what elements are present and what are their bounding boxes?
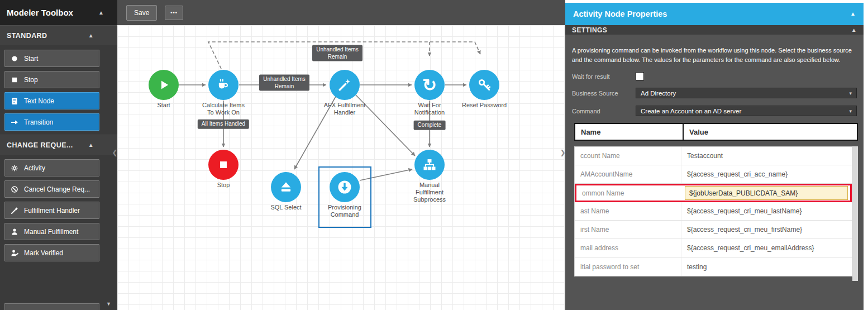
sidebar-item-label: Stop [24, 76, 38, 84]
node-provisioning-command[interactable]: Provisioning Command [330, 172, 360, 202]
sidebar-item-mark-verified[interactable]: Mark Verified [4, 244, 99, 261]
param-row-last-name[interactable]: ast Name ${access_request_cri_meu_lastNa… [575, 202, 852, 221]
param-name: ast Name [575, 202, 681, 220]
node-afx-fulfillment-handler[interactable]: AFX Fulfillment Handler [330, 70, 360, 100]
collapse-up-icon: ▲ [851, 27, 857, 33]
node-sql-select[interactable]: SQL Select [271, 172, 301, 202]
param-value[interactable]: ${access_request_cri_meu_firstName} [681, 221, 852, 239]
node-wait-for-notification[interactable]: ↻ Wait For Notification [414, 70, 445, 100]
start-node-circle[interactable] [149, 70, 179, 100]
node-label: Wait For Notification [406, 102, 454, 116]
activity-node-circle[interactable] [271, 172, 301, 202]
param-value[interactable]: ${access_request_cri_meu_emailAddress} [681, 239, 852, 257]
node-label: SQL Select [262, 204, 310, 211]
sidebar-item-transition[interactable]: Transition [4, 113, 99, 131]
param-name: itial password to set [575, 257, 681, 276]
properties-panel-header[interactable]: Activity Node Properties ▲ [565, 3, 864, 25]
sidebar-item-partial[interactable] [4, 303, 99, 310]
sidebar-item-manual-fulfillment[interactable]: Manual Fulfillment [4, 223, 99, 240]
param-value[interactable]: ${access_request_cri_meu_lastName} [681, 202, 852, 220]
param-row-account-name[interactable]: ccount Name Testaccount [575, 147, 852, 165]
activity-node-circle[interactable] [208, 70, 239, 100]
sidebar-item-text-node[interactable]: Text Node [4, 92, 99, 109]
wait-for-result-label: Wait for result [572, 73, 636, 80]
text-node-icon [10, 97, 19, 106]
key-icon [476, 77, 492, 93]
param-row-samaccountname[interactable]: AMAccountName ${access_request_cri_acc_n… [575, 165, 852, 184]
sidebar-item-stop[interactable]: Stop [4, 71, 99, 88]
column-header-value[interactable]: Value [684, 124, 857, 140]
play-icon [156, 77, 171, 93]
properties-panel-title: Activity Node Properties [573, 9, 667, 18]
collapse-up-icon: ▲ [88, 142, 94, 148]
common-name-value-input[interactable] [685, 186, 848, 200]
edge-badge: Unhandled Items Remain [312, 45, 363, 61]
download-icon [336, 179, 353, 195]
node-reset-password[interactable]: Reset Password [469, 70, 499, 100]
chevron-left-icon: ❮ [112, 149, 117, 156]
param-name: ommon Name [576, 185, 683, 201]
node-label: Provisioning Command [321, 204, 369, 218]
sidebar-item-cancel-change-request[interactable]: Cancel Change Req... [4, 180, 99, 198]
business-source-row: Business Source Ad Directory ▾ [572, 88, 857, 98]
transition-arrow-icon [10, 118, 19, 127]
settings-section-header[interactable]: SETTINGS ▲ [565, 25, 864, 35]
parameters-table: Name Value ccount Name Testaccount AMAcc… [574, 123, 858, 276]
table-scrollbar[interactable] [852, 146, 858, 281]
node-label: Calculate Items To Work On [199, 102, 247, 116]
sidebar-item-label: Activity [24, 164, 45, 172]
command-select[interactable]: Create an Account on an AD server ▾ [636, 106, 857, 116]
param-name: mail address [575, 239, 681, 257]
node-label: Start [140, 102, 188, 109]
activity-node-circle[interactable] [469, 70, 499, 100]
collapse-right-panel-handle[interactable]: ❯ [560, 140, 565, 165]
activity-node-properties-panel: Activity Node Properties ▲ SETTINGS ▲ A … [565, 0, 864, 310]
node-start[interactable]: Start [149, 70, 179, 100]
column-header-name[interactable]: Name [575, 124, 684, 140]
param-value[interactable]: ${access_request_cri_acc_name} [681, 165, 852, 183]
wait-for-result-checkbox[interactable] [636, 72, 644, 80]
activity-node-circle[interactable]: ↻ [414, 70, 445, 100]
node-calculate-items[interactable]: Calculate Items To Work On [208, 70, 239, 100]
wand-icon [337, 77, 352, 93]
sync-icon: ↻ [422, 77, 437, 94]
param-name: AMAccountName [575, 165, 681, 183]
modeler-toolbox-header[interactable]: Modeler Toolbox ▲ [0, 0, 117, 25]
edge-badge: Unhandled Items Remain [259, 75, 309, 91]
scroll-down-icon[interactable]: ▼ [106, 301, 111, 307]
workflow-canvas[interactable]: Start Calculate Items To Work On AFX Ful… [117, 25, 565, 310]
node-label: Manual Fulfillment Subprocess [406, 182, 454, 204]
stop-square-icon [10, 75, 19, 84]
sidebar-item-fulfillment-handler[interactable]: Fulfillment Handler [4, 202, 99, 219]
more-options-button[interactable]: ••• [165, 6, 183, 20]
collapse-left-panel-handle[interactable]: ❮ [112, 140, 117, 165]
cancel-icon [10, 185, 19, 194]
sidebar-item-start[interactable]: Start [4, 50, 99, 67]
sidebar-item-activity[interactable]: Activity [4, 159, 99, 177]
param-row-initial-password[interactable]: itial password to set testing [575, 257, 852, 276]
start-circle-icon [10, 54, 19, 63]
section-header-standard[interactable]: STANDARD ▲ [0, 25, 117, 45]
activity-node-circle[interactable] [414, 150, 445, 180]
node-manual-fulfillment-subprocess[interactable]: Manual Fulfillment Subprocess [414, 150, 445, 180]
param-row-first-name[interactable]: irst Name ${access_request_cri_meu_first… [575, 221, 852, 239]
eject-icon [278, 179, 294, 195]
edge-badge: All Items Handled [198, 120, 249, 129]
sidebar-item-label: Start [24, 55, 38, 63]
save-button[interactable]: Save [126, 5, 157, 21]
node-stop[interactable]: Stop [208, 150, 239, 180]
param-row-common-name-highlighted[interactable]: ommon Name [575, 184, 852, 202]
stop-node-circle[interactable] [208, 150, 239, 180]
param-value[interactable]: testing [681, 257, 852, 276]
settings-description: A provisioning command can be invoked fr… [572, 46, 857, 65]
activity-node-circle[interactable] [330, 70, 360, 100]
business-source-label: Business Source [572, 90, 636, 97]
business-source-select[interactable]: Ad Directory ▾ [636, 88, 857, 98]
parameters-table-header: Name Value [574, 123, 858, 141]
param-row-email-address[interactable]: mail address ${access_request_cri_meu_em… [575, 239, 852, 257]
section-header-change-request[interactable]: CHANGE REQUE... ▲ [0, 135, 117, 155]
param-value[interactable]: Testaccount [681, 147, 852, 165]
activity-node-circle[interactable] [330, 172, 360, 202]
settings-section-label: SETTINGS [572, 26, 607, 34]
wait-for-result-row: Wait for result [572, 72, 857, 80]
